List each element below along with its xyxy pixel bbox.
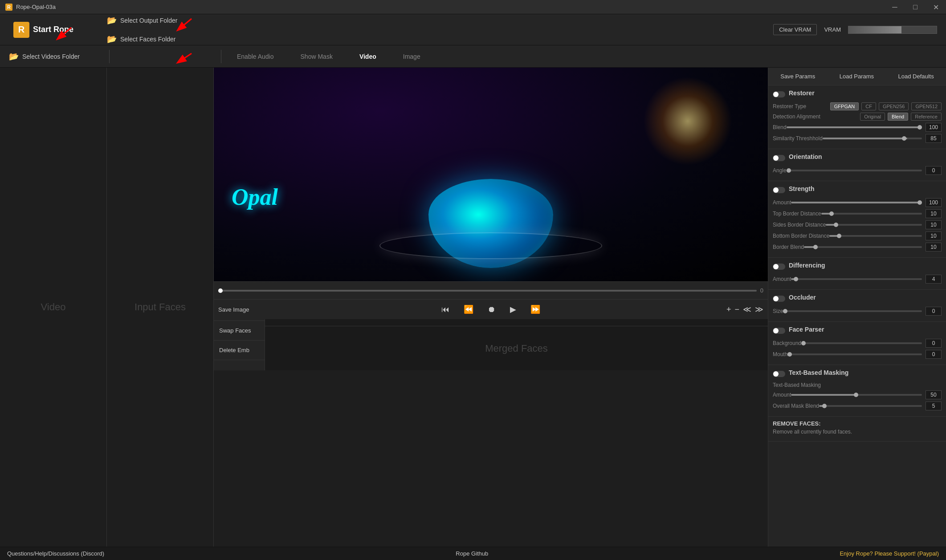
text-masking-amount-slider[interactable] (791, 394, 922, 396)
face-parser-section: Face Parser Background 0 Mouth (768, 322, 946, 365)
bottom-border-value[interactable]: 10 (926, 231, 942, 240)
border-blend-slider-container: 10 (804, 243, 942, 252)
top-border-slider[interactable] (821, 213, 922, 215)
content-area: Video Input Faces Opal (0, 68, 946, 547)
mouth-value[interactable]: 0 (926, 350, 942, 359)
face-parser-toggle[interactable] (773, 328, 785, 334)
delete-emb-button[interactable]: Delete Emb (214, 341, 265, 360)
top-border-row: Top Border Distance 10 (773, 209, 942, 218)
skip-to-start-button[interactable]: ⏮ (438, 303, 453, 316)
load-defaults-button[interactable]: Load Defaults (893, 71, 939, 81)
text-masking-amount-value[interactable]: 50 (926, 390, 942, 399)
scrubber-handle[interactable] (218, 288, 223, 293)
occluder-size-value[interactable]: 0 (926, 307, 942, 316)
align-original-button[interactable]: Original (860, 113, 885, 121)
zoom-in-button[interactable]: + (726, 305, 731, 314)
background-slider-container: 0 (801, 339, 942, 348)
minimize-button[interactable]: ─ (885, 0, 905, 14)
enable-audio-button[interactable]: Enable Audio (224, 45, 287, 68)
strength-amount-slider[interactable] (791, 202, 922, 203)
occluder-size-slider[interactable] (783, 310, 922, 312)
play-button[interactable]: ▶ (506, 303, 520, 316)
restorer-toggle[interactable] (773, 91, 785, 97)
blend-slider-container: 100 (787, 123, 942, 132)
restorer-cf-button[interactable]: CF (861, 102, 876, 110)
select-output-folder-button[interactable]: 📂 Select Output Folder (98, 12, 769, 29)
status-right[interactable]: Enjoy Rope? Please Support! (Paypal) (840, 550, 939, 557)
align-blend-button[interactable]: Blend (888, 113, 908, 121)
merged-faces-label: Merged Faces (485, 343, 548, 354)
status-center[interactable]: Rope Github (456, 550, 488, 557)
restorer-type-label: Restorer Type (773, 103, 806, 110)
differencing-amount-slider[interactable] (791, 278, 922, 280)
similarity-slider[interactable] (823, 138, 922, 139)
overall-mask-blend-label: Overall Mask Blend (773, 403, 819, 409)
restorer-gfpgan-button[interactable]: GFPGAN (830, 102, 859, 110)
folder-icon-videos: 📂 (9, 52, 19, 61)
strength-amount-value[interactable]: 100 (926, 198, 942, 207)
border-blend-slider[interactable] (804, 246, 922, 248)
border-blend-value[interactable]: 10 (926, 243, 942, 252)
background-row: Background 0 (773, 339, 942, 348)
orientation-toggle[interactable] (773, 155, 785, 161)
save-params-button[interactable]: Save Params (775, 71, 820, 81)
rewind-button[interactable]: ⏪ (460, 303, 477, 316)
zoom-controls: + − ≪ ≫ (726, 304, 763, 314)
align-reference-button[interactable]: Reference (911, 113, 942, 121)
strength-toggle[interactable] (773, 187, 785, 193)
top-border-slider-container: 10 (821, 209, 942, 218)
text-masking-toggle[interactable] (773, 371, 785, 377)
blend-value[interactable]: 100 (926, 123, 942, 132)
angle-value[interactable]: 0 (926, 166, 942, 175)
overall-mask-blend-slider[interactable] (819, 405, 922, 407)
restorer-title: Restorer (789, 89, 815, 97)
swap-faces-button[interactable]: Swap Faces (214, 321, 265, 341)
show-mask-button[interactable]: Show Mask (287, 45, 346, 68)
maximize-button[interactable]: □ (905, 0, 926, 14)
remove-faces-row: REMOVE FACES: Remove all currently found… (773, 420, 942, 435)
right-header: Clear VRAM VRAM (773, 24, 942, 35)
title-bar: R Rope-Opal-03a ─ □ ✕ (0, 0, 946, 14)
video-tab-button[interactable]: Video (346, 45, 390, 68)
occluder-toggle[interactable] (773, 296, 785, 302)
sides-border-slider[interactable] (826, 224, 922, 226)
overall-mask-blend-value[interactable]: 5 (926, 402, 942, 410)
clear-vram-button[interactable]: Clear VRAM (773, 24, 817, 35)
zoom-out-button[interactable]: − (734, 305, 739, 314)
bottom-border-slider[interactable] (829, 235, 922, 237)
differencing-amount-label: Amount (773, 276, 791, 282)
mouth-slider[interactable] (787, 353, 922, 355)
select-videos-button[interactable]: 📂 Select Videos Folder (0, 48, 107, 65)
save-image-button[interactable]: Save Image (218, 306, 249, 313)
restorer-type-row: Restorer Type GFPGAN CF GPEN256 GPEN512 (773, 102, 942, 110)
fast-forward-button[interactable]: ⏩ (527, 303, 544, 316)
text-masking-label-row: Text-Based Masking (773, 382, 942, 388)
restorer-gpen512-button[interactable]: GPEN512 (911, 102, 942, 110)
image-tab-button[interactable]: Image (390, 45, 434, 68)
title-bar-text: Rope-Opal-03a (16, 4, 56, 10)
differencing-amount-value[interactable]: 4 (926, 275, 942, 284)
folder-icon-output: 📂 (107, 16, 117, 25)
main-toolbar: R Start Rope 📂 Select Output Folder 📂 Se… (0, 14, 946, 45)
status-left[interactable]: Questions/Help/Discussions (Discord) (7, 550, 104, 557)
similarity-slider-container: 85 (823, 134, 942, 143)
differencing-toggle[interactable] (773, 264, 785, 270)
scrubber-bar[interactable] (218, 290, 757, 292)
restorer-section: Restorer Restorer Type GFPGAN CF GPEN256… (768, 85, 946, 149)
load-params-button[interactable]: Load Params (834, 71, 879, 81)
background-value[interactable]: 0 (926, 339, 942, 348)
top-border-value[interactable]: 10 (926, 209, 942, 218)
angle-slider[interactable] (787, 170, 922, 171)
close-button[interactable]: ✕ (926, 0, 946, 14)
similarity-value[interactable]: 85 (926, 134, 942, 143)
zoom-back-button[interactable]: ≪ (743, 304, 751, 314)
start-rope-button[interactable]: R Start Rope (4, 17, 94, 42)
restorer-gpen256-button[interactable]: GPEN256 (879, 102, 909, 110)
blend-slider[interactable] (787, 126, 922, 128)
sides-border-value[interactable]: 10 (926, 220, 942, 229)
stop-button[interactable]: ⏺ (484, 303, 499, 316)
zoom-forward-button[interactable]: ≫ (755, 304, 763, 314)
background-slider[interactable] (801, 342, 922, 344)
folder-icon-faces: 📂 (107, 34, 117, 44)
border-blend-label: Border Blend (773, 244, 804, 250)
